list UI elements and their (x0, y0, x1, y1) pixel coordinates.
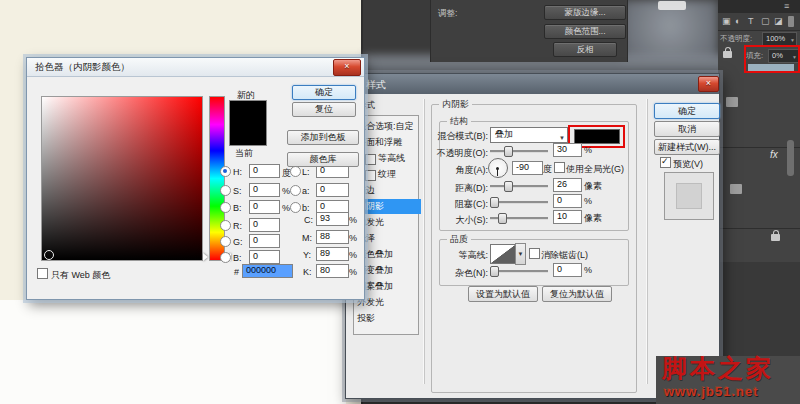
a-value[interactable]: 0 (316, 183, 349, 197)
blend-mode-dropdown[interactable]: 叠加 ▼ (490, 127, 568, 143)
reset-default-button[interactable]: 复位为默认值 (542, 286, 612, 302)
angle-dial[interactable] (488, 158, 508, 178)
noise-value[interactable]: 0 (553, 263, 582, 277)
current-color-label: 当前 (235, 147, 253, 160)
brightness-radio[interactable] (220, 202, 231, 213)
hex-prefix: # (234, 267, 239, 277)
add-to-swatches-button[interactable]: 添加到色板 (287, 130, 359, 145)
g-label: G: (233, 237, 243, 247)
antialias-checkbox[interactable] (529, 248, 540, 259)
size-slider[interactable] (490, 212, 548, 224)
shape-filter-icon[interactable]: ▢ (761, 16, 770, 26)
watermark-url: www.jb51.net (664, 384, 759, 399)
b2-value[interactable]: 0 (249, 250, 280, 264)
color-picker-titlebar[interactable]: 拾色器（内阴影颜色） (27, 58, 364, 77)
b-unit: % (282, 203, 290, 213)
noise-slider[interactable] (490, 265, 548, 277)
layers-panel: ≡ ▣ ◐ T ▢ ◪ 不透明度: 100%▼ 填充: 0%▼ fx (718, 0, 800, 404)
pixel-filter-icon[interactable]: ▣ (722, 16, 731, 26)
red-radio[interactable] (220, 220, 231, 231)
list-item-drop-shadow[interactable]: 投影 (354, 311, 421, 326)
h-value[interactable]: 0 (249, 164, 280, 178)
color-range-button[interactable]: 颜色范围... (544, 24, 626, 39)
m-value[interactable]: 88 (316, 230, 349, 244)
s-unit: % (282, 186, 290, 196)
hex-input[interactable]: 000000 (242, 264, 293, 278)
new-current-color-swatch (229, 100, 267, 146)
structure-label: 结构 (447, 115, 471, 128)
saturation-brightness-field[interactable] (41, 96, 203, 261)
blue-radio[interactable] (220, 252, 231, 263)
color-field-marker[interactable] (44, 250, 54, 260)
set-default-button[interactable]: 设置为默认值 (468, 286, 538, 302)
size-label: 大小(S): (428, 214, 488, 227)
panel-divider (423, 99, 425, 384)
k-value[interactable]: 80 (316, 264, 349, 278)
hue-marker-left[interactable] (203, 253, 208, 261)
properties-panel: 调整: 蒙版边缘... 颜色范围... 反相 (430, 0, 628, 62)
choke-slider[interactable] (490, 196, 548, 208)
contour-dropdown-icon[interactable]: ▼ (515, 243, 526, 265)
l-label: L: (302, 167, 310, 177)
adjustment-filter-icon[interactable]: ◐ (735, 16, 740, 26)
smart-object-filter-icon[interactable]: ◪ (774, 16, 783, 26)
angle-value[interactable]: -90 (512, 161, 543, 175)
dialog-title: 拾色器（内阴影颜色） (35, 61, 130, 74)
cancel-button[interactable]: 取消 (654, 121, 720, 137)
lab-l-radio[interactable] (290, 166, 301, 177)
ok-button[interactable]: 确定 (292, 85, 356, 100)
saturation-radio[interactable] (220, 185, 231, 196)
contour-thumbnail[interactable] (490, 244, 516, 264)
a-label: a: (302, 186, 310, 196)
preview-checkbox[interactable] (660, 157, 671, 168)
g-value[interactable]: 0 (249, 234, 280, 248)
contour-label: 等高线: (428, 249, 488, 262)
dialog-title: 样式 (366, 78, 386, 92)
shadow-opacity-unit: % (584, 145, 592, 155)
choke-value[interactable]: 0 (553, 194, 582, 208)
color-picker-dialog: 拾色器（内阴影颜色） × 新的 当前 H: 0 度 S: 0 % B: 0 % … (26, 57, 365, 300)
opacity-label: 不透明度: (720, 34, 752, 44)
y-value[interactable]: 89 (316, 247, 349, 261)
hue-radio[interactable] (220, 166, 231, 177)
lock-icon[interactable] (723, 51, 732, 58)
distance-label: 距离(D): (428, 182, 488, 195)
filter-toggle-icon[interactable] (788, 16, 794, 27)
size-value[interactable]: 10 (553, 210, 582, 224)
contour-checkbox[interactable] (365, 154, 376, 165)
opacity-value[interactable]: 100%▼ (762, 32, 797, 46)
document-canvas-lower (0, 300, 346, 404)
b-value[interactable]: 0 (249, 200, 280, 214)
b-label: B: (233, 203, 242, 213)
s-value[interactable]: 0 (249, 183, 280, 197)
layer-fx-badge[interactable]: fx (770, 149, 778, 160)
lab-b-radio[interactable] (290, 202, 301, 213)
c-value[interactable]: 93 (316, 212, 349, 226)
web-colors-only-checkbox[interactable] (37, 268, 48, 279)
shadow-opacity-slider[interactable] (490, 145, 548, 157)
choke-label: 阻塞(C): (428, 198, 488, 211)
close-icon[interactable]: × (698, 76, 719, 92)
b2-label: B: (233, 253, 242, 263)
layer-name-fragment (730, 184, 742, 194)
r-value[interactable]: 0 (249, 218, 280, 232)
global-light-checkbox[interactable] (554, 162, 565, 173)
color-libraries-button[interactable]: 颜色库 (287, 152, 359, 167)
invert-button[interactable]: 反相 (553, 42, 617, 57)
panel-divider (646, 99, 648, 384)
shadow-opacity-value[interactable]: 30 (553, 143, 582, 157)
panel-scrollbar[interactable] (787, 140, 794, 176)
type-filter-icon[interactable]: T (748, 16, 754, 26)
green-radio[interactable] (220, 236, 231, 247)
reset-button[interactable]: 复位 (292, 102, 356, 117)
new-style-button[interactable]: 新建样式(W)... (654, 139, 720, 155)
layer-style-titlebar[interactable]: 样式 (346, 74, 719, 94)
lab-a-radio[interactable] (290, 185, 301, 196)
texture-checkbox[interactable] (365, 170, 376, 181)
close-icon[interactable]: × (333, 59, 361, 76)
panel-menu-icon[interactable]: ≡ (784, 1, 789, 11)
mask-edge-button[interactable]: 蒙版边缘... (544, 5, 626, 20)
distance-value[interactable]: 26 (553, 178, 582, 192)
ok-button[interactable]: 确定 (654, 103, 720, 119)
distance-slider[interactable] (490, 180, 548, 192)
